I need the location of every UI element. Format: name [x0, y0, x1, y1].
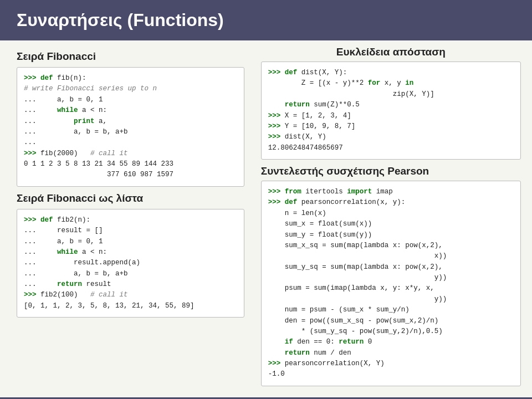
section2-title: Σειρά Fibonacci ως λίστα: [17, 192, 244, 204]
fibonacci-list-code-box: >>> def fib2(n): ... result = [] ... a, …: [17, 209, 244, 318]
pearson-title: Συντελεστής συσχέτισης Pearson: [261, 165, 521, 177]
content-area: Σειρά Fibonacci >>> def fib(n): # write …: [0, 40, 532, 397]
euclid-code-box: >>> def dist(X, Y): Z = [(x - y)**2 for …: [261, 62, 521, 160]
left-panel: Σειρά Fibonacci >>> def fib(n): # write …: [0, 40, 255, 397]
section1-title: Σειρά Fibonacci: [17, 50, 244, 63]
right-panel: Ευκλείδεια απόσταση >>> def dist(X, Y): …: [255, 40, 532, 397]
header-title: Συναρτήσεις (Functions): [17, 10, 224, 30]
euclid-title: Ευκλείδεια απόσταση: [261, 46, 521, 58]
fibonacci-code-box: >>> def fib(n): # write Fibonacci series…: [17, 67, 244, 187]
slide: Συναρτήσεις (Functions) Σειρά Fibonacci …: [0, 0, 532, 399]
prompt1: >>>: [24, 74, 40, 82]
slide-header: Συναρτήσεις (Functions): [0, 0, 532, 40]
pearson-code-box: >>> from itertools import imap >>> def p…: [261, 181, 521, 386]
